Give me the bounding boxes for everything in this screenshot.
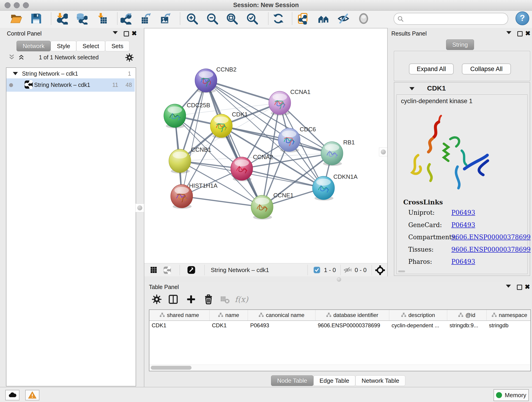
import-network-file-icon[interactable] bbox=[55, 12, 69, 25]
apply-layout-icon[interactable] bbox=[272, 12, 285, 25]
network-canvas[interactable]: CCNB2 CCNA1 CDC25B CDK1 CDC6 bbox=[144, 28, 387, 263]
cloud-button[interactable] bbox=[5, 390, 19, 400]
crosslink-value-link[interactable]: P06493 bbox=[451, 258, 475, 265]
table-cell[interactable]: stringdb bbox=[487, 321, 531, 330]
export-network-icon[interactable] bbox=[120, 12, 133, 25]
panel-close-icon[interactable]: ✖ bbox=[525, 285, 530, 289]
column-header-canonical-name[interactable]: canonical name bbox=[248, 310, 316, 320]
network-node-RB1[interactable]: RB1 bbox=[321, 139, 355, 166]
panel-menu-icon[interactable] bbox=[113, 31, 118, 34]
delete-column-icon[interactable] bbox=[203, 293, 215, 305]
export-table-icon[interactable] bbox=[139, 12, 152, 25]
expand-all-button[interactable]: Expand All bbox=[409, 64, 454, 75]
tab-network[interactable]: Network bbox=[17, 41, 51, 51]
import-network-database-icon[interactable] bbox=[75, 12, 88, 25]
help-button[interactable]: ? bbox=[515, 12, 529, 25]
section-collapse-icon[interactable] bbox=[409, 87, 414, 90]
network-share-icon[interactable] bbox=[163, 266, 171, 275]
fit-content-icon[interactable] bbox=[375, 265, 385, 276]
tab-node-table[interactable]: Node Table bbox=[271, 375, 313, 386]
network-node-CDC25B[interactable]: CDC25B bbox=[164, 102, 210, 128]
right-splitter-handle[interactable] bbox=[379, 148, 388, 156]
open-session-icon[interactable] bbox=[10, 12, 23, 25]
memory-button[interactable]: Memory bbox=[494, 389, 529, 401]
first-neighbors-icon[interactable] bbox=[317, 12, 330, 25]
panel-close-icon[interactable]: ✖ bbox=[525, 31, 530, 36]
function-builder-icon: f(x) bbox=[235, 293, 247, 305]
network-selection-status: 1 of 1 Network selected bbox=[30, 54, 108, 61]
export-image-icon[interactable] bbox=[159, 12, 172, 25]
tab-network-table[interactable]: Network Table bbox=[355, 375, 405, 386]
node-label-RB1: RB1 bbox=[343, 139, 355, 146]
show-columns-icon[interactable] bbox=[167, 293, 179, 305]
birdseye-view-icon[interactable] bbox=[150, 266, 158, 274]
tab-select[interactable]: Select bbox=[76, 41, 105, 51]
save-session-icon[interactable] bbox=[30, 12, 43, 25]
network-node-HIST1H1A[interactable]: HIST1H1A bbox=[171, 182, 218, 209]
panel-float-icon[interactable] bbox=[517, 285, 522, 290]
column-header-shared-name[interactable]: shared name bbox=[149, 310, 210, 320]
table-panel: Table Panel ✖ f(x) shared namenamecanoni… bbox=[144, 282, 532, 387]
tree-collapse-icon[interactable] bbox=[13, 72, 18, 75]
zoom-fit-icon[interactable] bbox=[225, 12, 239, 25]
import-table-icon[interactable] bbox=[96, 12, 109, 25]
left-splitter-handle[interactable] bbox=[135, 204, 144, 212]
warning-button[interactable] bbox=[25, 390, 39, 400]
panel-menu-icon[interactable] bbox=[506, 285, 511, 288]
network-node-CCNA1[interactable]: CCNA1 bbox=[269, 89, 310, 115]
table-cell[interactable]: CDK1 bbox=[210, 321, 248, 330]
duplicate-network-icon[interactable] bbox=[297, 12, 310, 25]
tab-edge-table[interactable]: Edge Table bbox=[313, 375, 355, 386]
table-options-gear-icon[interactable] bbox=[151, 293, 163, 305]
zoom-in-icon[interactable] bbox=[185, 12, 199, 25]
column-header-@id[interactable]: @id bbox=[447, 310, 487, 320]
horizontal-splitter[interactable] bbox=[144, 276, 532, 282]
table-cell[interactable]: P06493 bbox=[248, 321, 316, 330]
crosslink-value-link[interactable]: P06493 bbox=[451, 209, 475, 216]
network-edge-CCNB2-HIST1H1A[interactable] bbox=[182, 80, 206, 196]
zoom-selected-icon[interactable] bbox=[245, 12, 259, 25]
collapse-all-button[interactable]: Collapse All bbox=[462, 64, 511, 75]
tab-string[interactable]: String bbox=[446, 39, 474, 50]
splitter-handle[interactable] bbox=[337, 277, 341, 282]
crosslink-value-link[interactable]: P06493 bbox=[451, 221, 475, 229]
table-row[interactable]: CDK1CDK1P064939606.ENSP00000378699cyclin… bbox=[149, 321, 531, 330]
zoom-out-icon[interactable] bbox=[206, 12, 219, 25]
panel-float-icon[interactable] bbox=[517, 31, 523, 36]
search-input[interactable] bbox=[406, 14, 505, 23]
add-column-icon[interactable] bbox=[185, 293, 197, 305]
results-panel-title: Results Panel bbox=[391, 30, 427, 37]
column-header-database-identifier[interactable]: database identifier bbox=[316, 310, 389, 320]
network-edge-CCNA2-CDKN1A[interactable] bbox=[242, 169, 323, 188]
table-cell[interactable]: cyclin-dependent ... bbox=[389, 321, 447, 330]
column-header-namespace[interactable]: namespace bbox=[487, 310, 531, 320]
expand-all-icon[interactable] bbox=[18, 54, 25, 61]
column-header-name[interactable]: name bbox=[210, 310, 248, 320]
panel-float-icon[interactable] bbox=[124, 31, 129, 36]
network-row-selected[interactable]: String Network – cdk1 11 48 bbox=[6, 78, 135, 92]
memory-status-dot bbox=[496, 392, 502, 398]
table-cell[interactable]: stringdb:9... bbox=[447, 321, 487, 330]
panel-close-icon[interactable]: ✖ bbox=[132, 31, 137, 36]
tab-style[interactable]: Style bbox=[51, 41, 76, 51]
network-edge-CCNB2-CCNA1[interactable] bbox=[206, 80, 280, 103]
column-header-description[interactable]: description bbox=[389, 310, 447, 320]
network-collection-row[interactable]: String Network – cdk1 1 bbox=[6, 69, 135, 78]
collapse-all-icon[interactable] bbox=[8, 54, 15, 61]
network-edge-HIST1H1A-CCNE1[interactable] bbox=[182, 196, 262, 207]
network-options-gear-icon[interactable] bbox=[125, 53, 134, 63]
hidden-eye-icon[interactable] bbox=[343, 266, 352, 274]
hide-selected-icon[interactable] bbox=[337, 12, 350, 25]
results-hscroll-thumb[interactable] bbox=[398, 270, 405, 272]
crosslink-value-link[interactable]: 9606.ENSP00000378699 bbox=[451, 234, 531, 241]
table-cell[interactable]: 9606.ENSP00000378699 bbox=[316, 321, 389, 330]
crosslink-value-link[interactable]: 9606.ENSP00000378699 bbox=[451, 246, 531, 253]
show-all-icon[interactable] bbox=[357, 12, 370, 25]
network-node-CDKN1A[interactable]: CDKN1A bbox=[312, 173, 358, 201]
table-cell[interactable]: CDK1 bbox=[149, 321, 210, 330]
open-in-window-icon[interactable] bbox=[187, 266, 196, 275]
table-hscroll-thumb[interactable] bbox=[151, 366, 191, 370]
tab-sets[interactable]: Sets bbox=[105, 41, 129, 51]
selected-checkbox-icon[interactable] bbox=[313, 267, 320, 274]
panel-menu-icon[interactable] bbox=[506, 31, 511, 34]
